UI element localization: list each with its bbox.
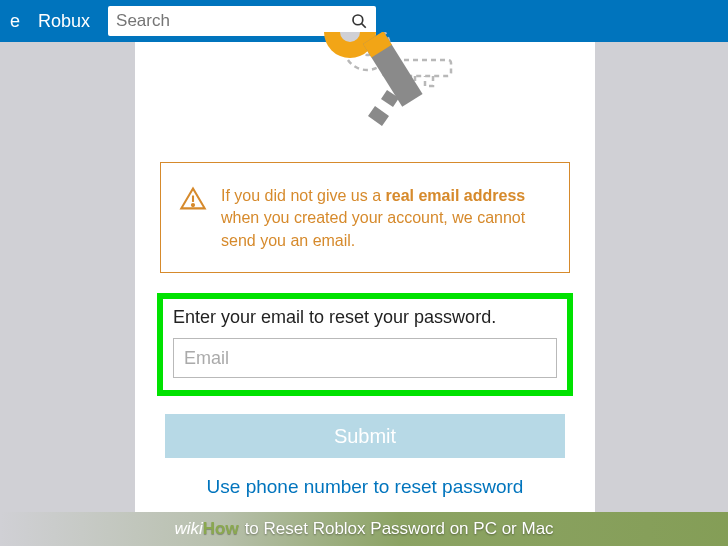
highlighted-email-section: Enter your email to reset your password. [157,293,573,396]
use-phone-link[interactable]: Use phone number to reset password [207,476,524,498]
watermark-brand-wiki: wiki [174,519,202,539]
watermark-title: to Reset Roblox Password on PC or Mac [245,519,554,539]
nav-link-robux[interactable]: Robux [38,11,90,32]
svg-point-10 [192,204,194,206]
email-field[interactable] [173,338,557,378]
submit-button[interactable]: Submit [165,414,565,458]
key-illustration [265,32,465,142]
search-icon[interactable] [350,12,368,30]
warning-info-box: If you did not give us a real email addr… [160,162,570,273]
reset-prompt: Enter your email to reset your password. [173,307,557,328]
svg-point-0 [353,15,363,25]
nav-link-partial[interactable]: e [10,11,20,32]
watermark-brand-how: How [203,519,239,539]
warning-icon [179,185,207,213]
reset-password-panel: If you did not give us a real email addr… [135,42,595,512]
watermark-content: wikiHow to Reset Roblox Password on PC o… [174,519,553,539]
watermark-bar: wikiHow to Reset Roblox Password on PC o… [0,512,728,546]
svg-line-1 [362,24,366,28]
search-input[interactable] [116,11,350,31]
warning-text: If you did not give us a real email addr… [221,185,551,252]
